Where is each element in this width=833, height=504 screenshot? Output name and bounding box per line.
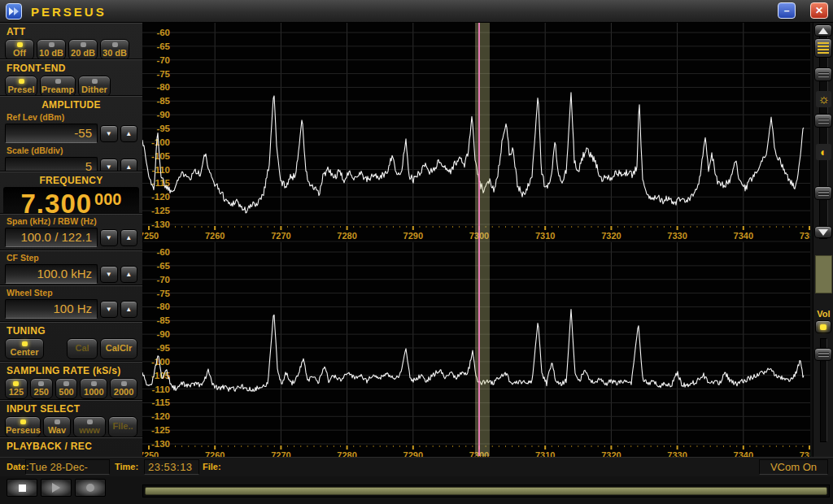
calclr-button[interactable]: CalClr <box>100 338 137 359</box>
svg-text:7290: 7290 <box>403 231 423 241</box>
led-indicator <box>87 419 93 424</box>
tuning-marker-band[interactable] <box>475 23 490 456</box>
wheel-step-down-button[interactable]: ▼ <box>100 301 118 318</box>
led-indicator <box>49 42 55 47</box>
input-wav-button[interactable]: Wav <box>43 416 71 437</box>
ref-level-field[interactable]: -55 <box>5 124 98 143</box>
stop-icon <box>19 484 26 492</box>
rate-250-button[interactable]: 250 <box>30 378 53 399</box>
led-indicator <box>13 381 19 386</box>
playback-rec-header: PLAYBACK / REC <box>7 441 136 452</box>
att-off-button[interactable]: Off <box>5 39 34 59</box>
window-title: PERSEUS <box>31 5 107 19</box>
svg-text:7260: 7260 <box>205 231 225 241</box>
ref-level-up-button[interactable]: ▲ <box>120 125 138 142</box>
waterfall-scroll-thumb[interactable] <box>815 255 832 293</box>
volume-label: Vol <box>813 309 833 319</box>
scale-up-button[interactable]: ▲ <box>120 159 138 172</box>
spectrum-scroll-thumb[interactable] <box>814 38 832 58</box>
cal-button[interactable]: Cal <box>67 338 98 359</box>
svg-text:-60: -60 <box>156 28 170 37</box>
play-button[interactable] <box>41 479 72 497</box>
record-button[interactable] <box>75 479 106 497</box>
arrow-up-icon <box>818 28 828 34</box>
presel-button[interactable]: Presel <box>5 76 37 96</box>
contrast-slider-handle[interactable] <box>814 114 832 128</box>
frequency-khz: 7.300 <box>21 189 93 214</box>
svg-text:7320: 7320 <box>601 231 621 241</box>
input-perseus-button[interactable]: Perseus <box>5 416 41 437</box>
svg-text:-105: -105 <box>151 151 171 161</box>
led-indicator <box>17 42 23 47</box>
att-30db-button[interactable]: 30 dB <box>100 39 129 59</box>
volume-slider-handle[interactable] <box>814 348 832 361</box>
frequency-display[interactable]: 7.300000 <box>3 187 139 214</box>
amplitude-section: AMPLITUDE Ref Lev (dBm) -55 ▼ ▲ Scale (d… <box>0 96 142 172</box>
cf-step-section: CF Step 100.0 kHz ▼ ▲ <box>0 250 142 285</box>
tuning-section: TUNING Center Cal CalClr <box>0 322 142 362</box>
svg-text:7330: 7330 <box>667 231 687 241</box>
frequency-scroll-thumb[interactable] <box>145 487 827 495</box>
input-www-button[interactable]: www <box>73 416 106 437</box>
scale-down-button[interactable]: ▼ <box>100 159 118 172</box>
dither-button[interactable]: Dither <box>78 76 111 96</box>
minimize-button[interactable]: – <box>778 2 796 19</box>
svg-text:7270: 7270 <box>271 450 290 457</box>
rate-2000-button[interactable]: 2000 <box>110 378 137 399</box>
rate-125-button[interactable]: 125 <box>5 378 28 399</box>
sampling-rate-header: SAMPLING RATE (kS/s) <box>7 365 136 376</box>
stop-button[interactable] <box>7 479 37 497</box>
span-section: Span (kHz) / RBW (Hz) 100.0 / 122.1 ▼ ▲ <box>0 214 142 250</box>
span-field[interactable]: 100.0 / 122.1 <box>5 228 98 247</box>
svg-text:-125: -125 <box>151 206 171 215</box>
svg-text:7310: 7310 <box>535 450 555 457</box>
cf-step-up-button[interactable]: ▲ <box>120 266 138 283</box>
bottom-strip <box>0 476 833 504</box>
svg-text:-115: -115 <box>152 398 171 407</box>
palette-slider-handle[interactable] <box>814 186 832 200</box>
led-indicator <box>55 79 61 84</box>
ref-level-down-button[interactable]: ▼ <box>100 125 118 142</box>
front-end-section: FRONT-END Presel Preamp Dither <box>0 59 142 96</box>
input-select-header: INPUT SELECT <box>7 403 136 415</box>
att-20db-button[interactable]: 20 dB <box>68 39 98 59</box>
center-frequency-marker-line[interactable] <box>478 23 480 456</box>
volume-mute-button[interactable] <box>815 320 831 333</box>
title-bar: PERSEUS – ✕ <box>0 0 833 23</box>
scroll-up-button[interactable] <box>814 24 832 37</box>
time-label: Time: <box>115 462 138 471</box>
center-button[interactable]: Center <box>5 338 44 359</box>
att-10db-button[interactable]: 10 dB <box>37 39 66 59</box>
led-indicator <box>19 79 24 84</box>
svg-text:-90: -90 <box>156 329 170 339</box>
rate-1000-button[interactable]: 1000 <box>80 378 107 399</box>
wheel-step-field[interactable]: 100 Hz <box>5 299 98 319</box>
svg-text:7250: 7250 <box>142 450 159 457</box>
wheel-step-up-button[interactable]: ▲ <box>120 301 138 318</box>
scroll-down-button[interactable] <box>814 226 832 238</box>
svg-text:7330: 7330 <box>667 450 687 457</box>
svg-text:7310: 7310 <box>535 231 555 241</box>
input-file-button[interactable]: File.. <box>108 416 137 437</box>
led-indicator <box>92 79 98 84</box>
svg-text:-85: -85 <box>156 96 170 106</box>
perseus-app-window: PERSEUS – ✕ ATT Off 10 dB 20 dB 30 dB FR… <box>0 0 833 504</box>
close-button[interactable]: ✕ <box>810 2 828 19</box>
brightness-slider-handle[interactable] <box>814 67 832 81</box>
file-label: File: <box>203 462 221 471</box>
svg-text:-130: -130 <box>151 439 170 449</box>
span-down-button[interactable]: ▼ <box>100 229 118 246</box>
frequency-section: FREQUENCY 7.300000 <box>0 172 142 214</box>
led-indicator <box>22 341 28 346</box>
preamp-button[interactable]: Preamp <box>40 76 76 96</box>
frequency-scrollbar[interactable] <box>142 484 830 497</box>
svg-text:-125: -125 <box>151 425 171 435</box>
span-up-button[interactable]: ▲ <box>120 229 138 246</box>
rate-500-button[interactable]: 500 <box>55 378 78 399</box>
svg-text:-65: -65 <box>156 261 170 271</box>
cf-step-field[interactable]: 100.0 kHz <box>5 264 98 284</box>
scale-field[interactable]: 5 <box>5 157 98 172</box>
cf-step-down-button[interactable]: ▼ <box>100 266 118 283</box>
svg-text:-80: -80 <box>156 82 170 92</box>
svg-text:-120: -120 <box>151 411 170 421</box>
